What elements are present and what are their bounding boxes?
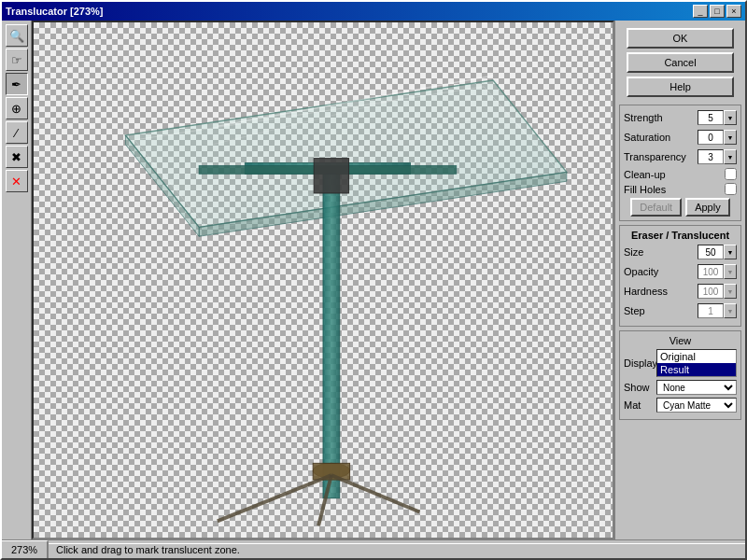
eraser-opacity-control: ▼ <box>698 264 737 279</box>
transparency-dropdown[interactable]: ▼ <box>724 149 737 164</box>
saturation-dropdown[interactable]: ▼ <box>724 130 737 145</box>
saturation-control: 0 ▼ <box>698 130 737 145</box>
mat-row: Mat None Cyan Matte <box>624 398 737 413</box>
main-window: Translucator [273%] _ □ × 🔍 ☞ ✒ ⊕ ∕ ✖ ✕ <box>0 0 747 560</box>
brush-tool[interactable]: ∕ <box>6 121 28 144</box>
pencil-tool[interactable]: ✒ <box>6 73 28 95</box>
eraser-size-label: Size <box>624 246 698 258</box>
delete-tool[interactable]: ✕ <box>6 170 28 192</box>
eraser-hardness-row: Hardness ▼ <box>624 283 737 300</box>
canvas-section: 🔍 ☞ ✒ ⊕ ∕ ✖ ✕ <box>2 21 614 539</box>
apply-default-row: Default Apply <box>624 198 737 217</box>
maximize-button[interactable]: □ <box>710 5 725 18</box>
mat-select[interactable]: None Cyan Matte <box>656 398 737 413</box>
display-original[interactable]: Original <box>657 350 736 363</box>
eraser-size-row: Size ▼ <box>624 244 737 260</box>
svg-rect-4 <box>323 167 340 497</box>
transparency-row: Transparency 3 ▼ <box>624 148 737 165</box>
eraser-opacity-input[interactable] <box>698 264 724 279</box>
fillholes-checkbox[interactable] <box>725 183 737 195</box>
title-bar: Translucator [273%] _ □ × <box>2 2 745 21</box>
eraser-size-input[interactable] <box>698 245 724 259</box>
apply-button[interactable]: Apply <box>685 198 730 217</box>
mat-label: Mat <box>624 399 656 411</box>
window-title: Translucator [273%] <box>6 6 104 17</box>
strength-dropdown[interactable]: ▼ <box>724 110 737 125</box>
eraser-opacity-label: Opacity <box>624 266 698 277</box>
eraser-hardness-control: ▼ <box>698 284 737 299</box>
display-label: Display <box>624 357 656 369</box>
display-result[interactable]: Result <box>657 363 736 376</box>
minimize-button[interactable]: _ <box>693 5 708 18</box>
eraser-step-input[interactable] <box>698 303 724 318</box>
svg-line-11 <box>331 475 419 511</box>
fillholes-label: Fill Holes <box>624 184 666 195</box>
transparency-control: 3 ▼ <box>698 149 737 164</box>
eyedropper-tool[interactable]: ⊕ <box>6 97 28 119</box>
svg-line-10 <box>218 475 331 521</box>
eraser-step-row: Step ▼ <box>624 302 737 319</box>
saturation-label: Saturation <box>624 132 698 143</box>
eraser-hardness-input[interactable] <box>698 284 724 299</box>
settings-group: Strength 5 ▼ Saturation 0 ▼ Transp <box>619 105 741 221</box>
show-label: Show <box>624 382 656 393</box>
ok-button[interactable]: OK <box>627 28 734 49</box>
eraser-size-control: ▼ <box>698 245 737 259</box>
left-toolbar: 🔍 ☞ ✒ ⊕ ∕ ✖ ✕ <box>2 21 32 539</box>
eraser-group-title: Eraser / Translucent <box>624 230 737 241</box>
strength-control: 5 ▼ <box>698 110 737 125</box>
canvas-area[interactable] <box>32 21 614 539</box>
eraser-step-control: ▼ <box>698 303 737 318</box>
main-content: 🔍 ☞ ✒ ⊕ ∕ ✖ ✕ <box>2 21 745 539</box>
view-group-title: View <box>624 335 737 346</box>
cleanup-label: Clean-up <box>624 169 666 180</box>
action-buttons: OK Cancel Help <box>619 24 741 101</box>
right-panel: OK Cancel Help Strength 5 ▼ Saturation <box>614 21 745 539</box>
hand-tool[interactable]: ☞ <box>6 49 28 71</box>
transparency-input[interactable]: 3 <box>698 149 724 164</box>
eraser-opacity-dropdown[interactable]: ▼ <box>724 264 737 279</box>
display-listbox[interactable]: Original Result <box>656 349 737 377</box>
eraser-hardness-label: Hardness <box>624 286 698 297</box>
show-row: Show None Cyan Matte <box>624 380 737 395</box>
default-button[interactable]: Default <box>630 198 682 217</box>
help-button[interactable]: Help <box>627 77 734 97</box>
eraser-group: Eraser / Translucent Size ▼ Opacity ▼ <box>619 225 741 327</box>
status-bar: 273% Click and drag to mark translucent … <box>2 539 745 558</box>
display-row: Display Original Result <box>624 349 737 377</box>
show-select[interactable]: None Cyan Matte <box>656 380 737 395</box>
strength-input[interactable]: 5 <box>698 110 724 125</box>
eraser-hardness-dropdown[interactable]: ▼ <box>724 284 737 299</box>
zoom-level: 273% <box>2 540 49 558</box>
cancel-button[interactable]: Cancel <box>627 52 734 73</box>
cleanup-checkbox[interactable] <box>725 168 737 180</box>
eraser-step-dropdown[interactable]: ▼ <box>724 303 737 318</box>
canvas-image <box>34 22 613 538</box>
eraser-opacity-row: Opacity ▼ <box>624 263 737 280</box>
transparency-label: Transparency <box>624 151 698 162</box>
zoom-tool[interactable]: 🔍 <box>6 24 28 47</box>
strength-label: Strength <box>624 112 698 123</box>
strength-row: Strength 5 ▼ <box>624 109 737 126</box>
mat-dropdown: None Cyan Matte <box>656 398 737 413</box>
cleanup-row: Clean-up <box>624 168 737 180</box>
saturation-row: Saturation 0 ▼ <box>624 129 737 146</box>
status-message: Click and drag to mark translucent zone. <box>49 543 745 555</box>
eraser-size-dropdown[interactable]: ▼ <box>724 245 737 259</box>
view-group: View Display Original Result Show None <box>619 330 741 420</box>
svg-rect-7 <box>314 159 348 193</box>
eraser-tool[interactable]: ✖ <box>6 146 28 168</box>
saturation-input[interactable]: 0 <box>698 130 724 145</box>
close-button[interactable]: × <box>726 5 741 18</box>
eraser-step-label: Step <box>624 305 698 316</box>
show-dropdown: None Cyan Matte <box>656 380 737 395</box>
title-controls: _ □ × <box>693 5 741 18</box>
fillholes-row: Fill Holes <box>624 183 737 195</box>
